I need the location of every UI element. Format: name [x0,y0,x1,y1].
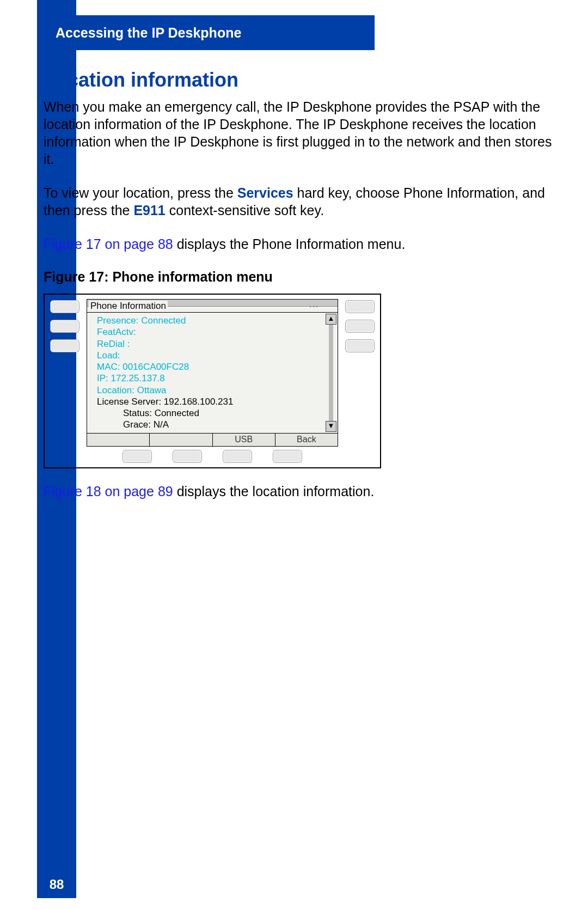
line-status: Status: Connected [97,407,321,419]
screen-title: Phone Information [89,301,168,312]
softkey-2[interactable] [150,434,212,446]
line-location: Location: Ottawa [97,385,321,396]
phone-screen: Phone Information ··· Presence: Connecte… [87,299,338,447]
hard-key-right-1[interactable] [345,300,375,313]
softkey-4-back[interactable]: Back [275,434,338,446]
hard-key-right-2[interactable] [345,320,375,333]
para3-rest: displays the Phone Information menu. [173,236,406,252]
hard-key-left-1[interactable] [50,300,79,313]
para2-text-c: context-sensitive soft key. [166,203,324,218]
line-ip: IP: 172.25.137.8 [97,373,321,384]
figure-17: Phone Information ··· Presence: Connecte… [44,294,381,468]
left-hard-keys [50,300,79,352]
services-keyword: Services [237,185,293,200]
hard-key-bottom-2[interactable] [173,450,202,463]
hard-key-bottom-3[interactable] [223,450,252,463]
screen-titlebar: Phone Information ··· [87,300,338,313]
hard-key-bottom-1[interactable] [122,450,152,463]
content-area: Location information When you make an em… [44,64,555,516]
para4-rest: displays the location information. [173,484,375,499]
page-header-title: Accessing the IP Deskphone [56,25,241,41]
screen-body: Presence: Connected FeatActv: ReDial : L… [87,313,338,433]
screen-scrollbar[interactable]: ▲ ▼ [326,314,336,432]
hard-key-bottom-4[interactable] [273,450,302,463]
line-redial: ReDial : [97,338,321,350]
softkey-3-usb[interactable]: USB [213,434,275,446]
hard-key-left-2[interactable] [50,320,79,333]
scroll-up-icon[interactable]: ▲ [326,314,336,325]
paragraph-1: When you make an emergency call, the IP … [44,98,555,168]
line-presence: Presence: Connected [97,315,321,326]
titlebar-menu-icon: ··· [309,302,319,310]
line-load: Load: [97,350,321,361]
page-header: Accessing the IP Deskphone [37,15,375,50]
e911-keyword: E911 [133,203,165,218]
line-license: License Server: 192.168.100.231 [97,396,321,407]
figure-caption: Figure 17: Phone information menu [44,269,555,285]
hard-key-left-3[interactable] [50,339,79,352]
softkey-1[interactable] [87,434,150,446]
paragraph-3: Figure 17 on page 88 displays the Phone … [44,235,555,253]
figure-18-xref[interactable]: Figure 18 on page 89 [44,484,173,499]
hard-key-right-3[interactable] [345,339,375,352]
paragraph-2: To view your location, press the Service… [44,184,555,219]
section-title: Location information [44,69,555,91]
line-mac: MAC: 0016CA00FC28 [97,361,321,373]
page-number-value: 88 [50,877,64,892]
page-number: 88 [37,871,76,898]
paragraph-4: Figure 18 on page 89 displays the locati… [44,483,555,500]
scroll-track [329,325,333,421]
bottom-hard-keys [45,450,380,463]
para2-text-a: To view your location, press the [44,185,237,200]
scroll-down-icon[interactable]: ▼ [326,421,336,432]
line-grace: Grace: N/A [97,419,321,430]
line-featactv: FeatActv: [97,326,321,338]
softkey-row: USB Back [87,433,338,446]
right-hard-keys [345,300,375,352]
figure-17-xref[interactable]: Figure 17 on page 88 [44,236,173,252]
